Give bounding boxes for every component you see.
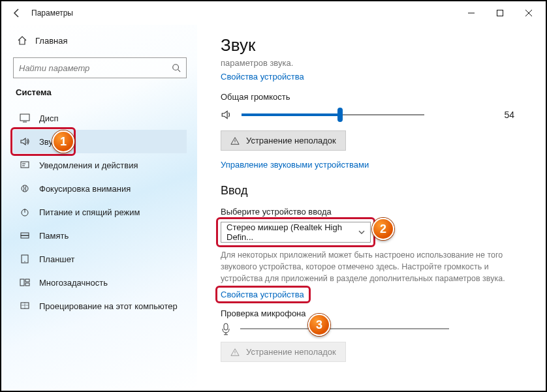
- sidebar-item-focus[interactable]: Фокусировка внимания: [13, 177, 187, 200]
- volume-label: Общая громкость: [221, 92, 526, 102]
- volume-row: 54: [221, 108, 526, 121]
- close-button[interactable]: [514, 3, 543, 23]
- maximize-button[interactable]: [486, 3, 514, 23]
- svg-rect-11: [25, 279, 29, 282]
- svg-rect-14: [224, 324, 228, 330]
- input-heading: Ввод: [221, 184, 526, 198]
- truncated-desc: параметров звука.: [221, 58, 526, 68]
- sidebar-item-label: Фокусировка внимания: [39, 184, 131, 194]
- sidebar-item-label: Многозадачность: [39, 278, 108, 288]
- input-device-dropdown[interactable]: Стерео микшер (Realtek High Defin...: [221, 222, 371, 243]
- sidebar-item-label: Дисп: [39, 113, 59, 123]
- troubleshoot-button-2[interactable]: Устранение неполадок: [221, 342, 346, 362]
- mic-test-label: Проверка микрофона: [221, 309, 526, 318]
- minimize-button[interactable]: [457, 3, 486, 23]
- svg-rect-2: [20, 114, 29, 121]
- storage-icon: [20, 230, 30, 241]
- input-select-label: Выберите устройство ввода: [221, 207, 526, 217]
- svg-rect-7: [21, 235, 29, 238]
- sidebar-section-label: Система: [16, 87, 184, 97]
- search-input[interactable]: [19, 63, 172, 73]
- search-icon: [172, 63, 181, 72]
- sidebar-item-sound[interactable]: Звук: [13, 130, 187, 153]
- tablet-icon: [20, 254, 30, 264]
- sidebar-item-project[interactable]: Проецирование на этот компьютер: [13, 294, 187, 318]
- sidebar-home[interactable]: Главная: [13, 30, 187, 51]
- sidebar-item-storage[interactable]: Память: [13, 224, 187, 247]
- svg-point-4: [22, 185, 28, 192]
- troubleshoot-button[interactable]: Устранение неполадок: [221, 130, 346, 151]
- sidebar-home-label: Главная: [35, 36, 67, 46]
- troubleshoot-label-2: Устранение неполадок: [246, 347, 336, 357]
- sound-icon: [20, 136, 30, 147]
- focus-icon: [20, 183, 30, 194]
- svg-rect-12: [25, 283, 29, 286]
- sidebar-item-label: Память: [39, 231, 69, 241]
- notifications-icon: [20, 160, 30, 170]
- chevron-down-icon: [358, 229, 365, 235]
- sidebar-item-label: Планшет: [39, 254, 75, 264]
- device-properties-link[interactable]: Свойства устройства: [221, 72, 304, 82]
- mic-level-meter: [240, 324, 449, 334]
- volume-icon: [221, 109, 232, 121]
- svg-rect-0: [497, 10, 503, 16]
- sidebar: Главная Система Дисп Звук У: [1, 25, 197, 391]
- search-box[interactable]: [13, 57, 187, 78]
- multitask-icon: [20, 277, 30, 288]
- svg-rect-10: [20, 279, 24, 286]
- back-button[interactable]: [8, 4, 26, 22]
- sidebar-item-label: Проецирование на этот компьютер: [39, 301, 178, 311]
- warning-icon: [230, 348, 240, 357]
- project-icon: [20, 301, 30, 311]
- volume-value: 54: [504, 110, 514, 120]
- sidebar-item-label: Звук: [39, 137, 57, 147]
- home-icon: [17, 35, 27, 46]
- page-title: Звук: [221, 35, 526, 55]
- sidebar-item-display[interactable]: Дисп: [13, 106, 187, 130]
- window-title: Параметры: [31, 8, 73, 18]
- svg-rect-6: [21, 233, 29, 235]
- svg-point-1: [173, 65, 179, 70]
- window-controls: [457, 3, 543, 23]
- device-properties-link-2[interactable]: Свойства устройства: [221, 290, 304, 299]
- volume-slider[interactable]: [242, 108, 424, 121]
- main-content: Звук параметров звука. Свойства устройст…: [197, 25, 546, 391]
- sidebar-item-tablet[interactable]: Планшет: [13, 247, 187, 271]
- sidebar-item-power[interactable]: Питание и спящий режим: [13, 200, 187, 224]
- svg-rect-3: [21, 162, 29, 168]
- mic-test-row: [221, 322, 526, 335]
- sidebar-item-multitask[interactable]: Многозадачность: [13, 271, 187, 294]
- troubleshoot-label: Устранение неполадок: [246, 136, 336, 145]
- warning-icon: [230, 136, 240, 145]
- svg-point-9: [24, 261, 25, 262]
- display-icon: [20, 113, 30, 123]
- input-device-value: Стерео микшер (Realtek High Defin...: [227, 222, 358, 242]
- power-icon: [20, 207, 30, 217]
- sidebar-item-notifications[interactable]: Уведомления и действия: [13, 153, 187, 177]
- sidebar-item-label: Питание и спящий режим: [39, 207, 140, 217]
- microphone-icon: [221, 322, 231, 335]
- input-description: Для некоторых приложений может быть наст…: [221, 249, 508, 284]
- sidebar-item-label: Уведомления и действия: [39, 160, 138, 170]
- manage-devices-link[interactable]: Управление звуковыми устройствами: [221, 160, 369, 170]
- titlebar: Параметры: [1, 1, 546, 25]
